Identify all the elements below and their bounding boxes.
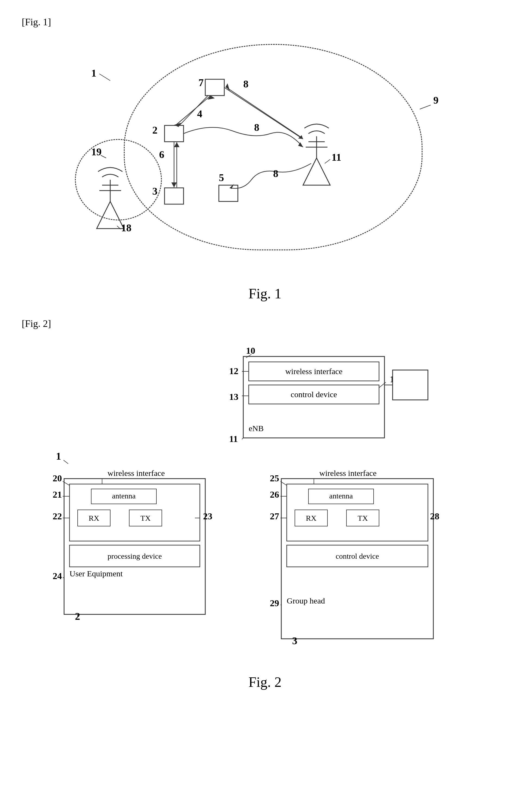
fig1-diagram: 1 9 2 3 4 5 6 7 8 8 8 11 18 bbox=[75, 33, 455, 277]
svg-text:wireless interface: wireless interface bbox=[285, 367, 343, 376]
svg-line-59 bbox=[242, 438, 243, 439]
fig1-label: [Fig. 1] bbox=[22, 16, 508, 28]
svg-text:control device: control device bbox=[291, 390, 337, 399]
svg-rect-62 bbox=[392, 370, 428, 400]
svg-line-42 bbox=[117, 226, 120, 229]
svg-text:processing device: processing device bbox=[108, 552, 162, 560]
svg-text:10: 10 bbox=[246, 346, 255, 356]
svg-text:27: 27 bbox=[270, 511, 279, 521]
fig2-svg: wireless interface control device eNB 10… bbox=[48, 335, 482, 701]
svg-text:20: 20 bbox=[53, 473, 62, 483]
svg-line-29 bbox=[420, 105, 431, 109]
svg-text:RX: RX bbox=[89, 514, 99, 522]
svg-text:9: 9 bbox=[433, 95, 439, 106]
svg-text:wireless interface: wireless interface bbox=[319, 468, 376, 478]
svg-text:18: 18 bbox=[121, 222, 131, 233]
fig1-title: Fig. 1 bbox=[22, 286, 508, 302]
svg-text:11: 11 bbox=[229, 434, 238, 444]
svg-text:User Equipment: User Equipment bbox=[70, 569, 123, 578]
svg-text:25: 25 bbox=[270, 473, 279, 483]
svg-text:wireless interface: wireless interface bbox=[108, 468, 165, 478]
svg-text:RX: RX bbox=[306, 514, 317, 522]
svg-text:26: 26 bbox=[270, 490, 279, 499]
large-ellipse bbox=[124, 44, 422, 250]
page: [Fig. 1] bbox=[0, 0, 530, 812]
svg-text:TX: TX bbox=[358, 514, 368, 522]
svg-text:12: 12 bbox=[229, 366, 239, 376]
svg-text:29: 29 bbox=[270, 598, 279, 608]
svg-text:28: 28 bbox=[430, 511, 439, 521]
svg-text:eNB: eNB bbox=[249, 424, 264, 433]
svg-text:22: 22 bbox=[53, 511, 62, 521]
svg-text:antenna: antenna bbox=[329, 492, 353, 500]
svg-text:21: 21 bbox=[53, 490, 62, 499]
fig2-label: [Fig. 2] bbox=[22, 318, 508, 329]
svg-line-27 bbox=[99, 74, 110, 81]
svg-text:TX: TX bbox=[140, 514, 151, 522]
svg-text:1: 1 bbox=[56, 450, 61, 462]
fig2-diagram: wireless interface control device eNB 10… bbox=[48, 335, 482, 701]
small-ellipse bbox=[75, 139, 162, 220]
svg-text:13: 13 bbox=[229, 392, 239, 402]
svg-text:Group head: Group head bbox=[287, 596, 325, 605]
svg-text:23: 23 bbox=[203, 511, 212, 521]
svg-text:control device: control device bbox=[335, 552, 379, 560]
svg-line-89 bbox=[63, 460, 68, 464]
svg-text:24: 24 bbox=[53, 571, 62, 581]
svg-text:antenna: antenna bbox=[112, 492, 136, 500]
svg-text:1: 1 bbox=[91, 67, 96, 79]
